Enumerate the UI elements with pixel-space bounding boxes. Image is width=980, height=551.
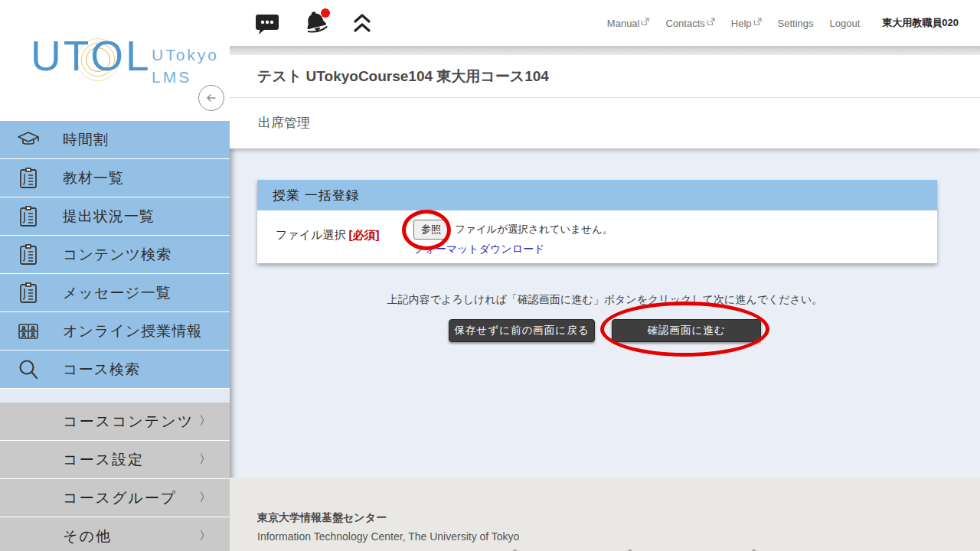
course-title: テスト UTokyoCourse104 東大用コース104: [230, 55, 980, 98]
sidebar-item-label: 教材一覧: [63, 168, 124, 188]
chevron-right-icon: 〉: [199, 413, 211, 429]
sidebar-item-timetable[interactable]: 時間割: [0, 121, 230, 158]
format-download-link[interactable]: フォーマットダウンロード: [413, 243, 544, 256]
search-icon: [17, 358, 40, 381]
external-link-icon: [707, 18, 715, 26]
course-header: テスト UTokyoCourse104 東大用コース104 出席管理: [230, 55, 980, 148]
back-arrow-icon: [204, 90, 219, 106]
sidebar-item-course-group[interactable]: コースグループ 〉: [0, 479, 230, 517]
sidebar-item-online-class-info[interactable]: オンライン授業情報: [0, 312, 230, 350]
sidebar-section-divider: [0, 389, 230, 403]
clipboard-icon: [17, 167, 40, 190]
sidebar-item-messages[interactable]: メッセージ一覧: [0, 274, 230, 311]
manual-link-label: Manual: [607, 18, 640, 29]
contacts-link-label: Contacts: [665, 18, 704, 29]
sidebar-item-label: コンテンツ検索: [63, 245, 172, 265]
external-link-icon: [641, 18, 649, 26]
sidebar-item-content-search[interactable]: コンテンツ検索: [0, 236, 230, 273]
sidebar-item-label: その他: [63, 527, 199, 546]
logo-sub-utokyo: UTokyo: [152, 44, 219, 66]
sidebar-item-others[interactable]: その他 〉: [0, 517, 230, 551]
instruction-text: 上記内容でよろしければ「確認画面に進む」ボタンをクリックして次に進んでください。: [230, 293, 980, 307]
help-link-label: Help: [731, 18, 752, 29]
bulk-registration-panel: 授業 一括登録 ファイル選択 [必須] 参照 ファイルが選択されていません。 フ…: [257, 180, 937, 263]
sidebar-item-label: オンライン授業情報: [63, 321, 202, 341]
logout-link-label: Logout: [830, 18, 861, 29]
chevron-right-icon: 〉: [199, 528, 211, 544]
settings-link-label: Settings: [778, 18, 814, 29]
back-without-saving-button[interactable]: 保存せずに前の画面に戻る: [449, 319, 595, 342]
chat-icon[interactable]: [255, 11, 279, 35]
utol-logo: UTOL: [31, 35, 152, 77]
bell-icon[interactable]: [299, 7, 333, 39]
logo-text-l: L: [126, 32, 152, 80]
panel-body: ファイル選択 [必須] 参照 ファイルが選択されていません。 フォーマットダウン…: [257, 210, 937, 263]
sidebar-collapse-button[interactable]: [198, 85, 224, 111]
logo-text-o: O: [90, 32, 126, 80]
sidebar-item-submission-status[interactable]: 提出状況一覧: [0, 197, 230, 235]
sidebar-item-label: コースグループ: [63, 488, 199, 508]
sidebar-item-label: 時間割: [63, 130, 109, 150]
no-file-selected-text: ファイルが選択されていません。: [455, 223, 612, 236]
logout-link[interactable]: Logout: [830, 18, 861, 29]
main-area: Manual Contacts Help Settings Logout 東大用…: [230, 0, 980, 551]
file-select-label: ファイル選択 [必須]: [276, 218, 413, 256]
file-input-control: 参照 ファイルが選択されていません。 フォーマットダウンロード: [413, 218, 612, 256]
sidebar-item-materials[interactable]: 教材一覧: [0, 159, 230, 197]
sidebar-item-label: 提出状況一覧: [63, 207, 155, 227]
settings-link[interactable]: Settings: [778, 18, 814, 29]
chevron-right-icon: 〉: [199, 452, 211, 468]
sidebar-item-course-search[interactable]: コース検索: [0, 350, 230, 388]
clipboard-icon: [17, 205, 40, 228]
chevron-right-icon: 〉: [199, 490, 211, 506]
sidebar-item-course-contents[interactable]: コースコンテンツ 〉: [0, 403, 230, 440]
username-label: 東大用教職員020: [882, 16, 959, 30]
sidebar-item-label: メッセージ一覧: [63, 283, 172, 303]
sidebar: UTOL UTokyo LMS 時間割 教材一覧 提出状況一覧 コンテン: [0, 0, 230, 551]
top-bar: Manual Contacts Help Settings Logout 東大用…: [230, 0, 980, 46]
footer-org-japanese: 東京大学情報基盤センター: [257, 511, 957, 525]
contacts-link[interactable]: Contacts: [665, 18, 714, 29]
external-link-icon: [753, 18, 762, 26]
clipboard-icon: [17, 243, 40, 266]
footer-org-english: Information Technology Center, The Unive…: [257, 530, 957, 543]
manual-link[interactable]: Manual: [607, 18, 650, 29]
header-separator: [230, 46, 980, 55]
graduation-cap-icon: [17, 129, 40, 152]
utokyo-lms-label: UTokyo LMS: [152, 44, 219, 89]
file-select-label-text: ファイル選択: [276, 228, 349, 241]
clipboard-icon: [17, 282, 40, 305]
sidebar-item-label: コースコンテンツ: [63, 412, 199, 432]
help-link[interactable]: Help: [731, 18, 762, 29]
action-buttons: 保存せずに前の画面に戻る 確認画面に進む: [230, 319, 980, 342]
content-area: 授業 一括登録 ファイル選択 [必須] 参照 ファイルが選択されていません。 フ…: [230, 180, 980, 478]
sidebar-item-label: コース設定: [63, 450, 199, 470]
sidebar-item-label: コース検索: [63, 360, 140, 380]
browse-button[interactable]: 参照: [413, 220, 449, 240]
logo-area: UTOL UTokyo LMS: [0, 0, 230, 121]
double-chevron-up-icon[interactable]: [353, 13, 371, 34]
panel-title: 授業 一括登録: [257, 180, 937, 210]
required-badge: [必須]: [349, 228, 380, 241]
logo-text-ut: UT: [31, 32, 90, 80]
page-title: 出席管理: [230, 98, 980, 148]
footer: 東京大学情報基盤センター Information Technology Cent…: [230, 478, 980, 551]
sidebar-item-course-settings[interactable]: コース設定 〉: [0, 441, 230, 478]
online-class-icon: [17, 320, 40, 343]
proceed-to-confirmation-button[interactable]: 確認画面に進む: [612, 319, 761, 342]
